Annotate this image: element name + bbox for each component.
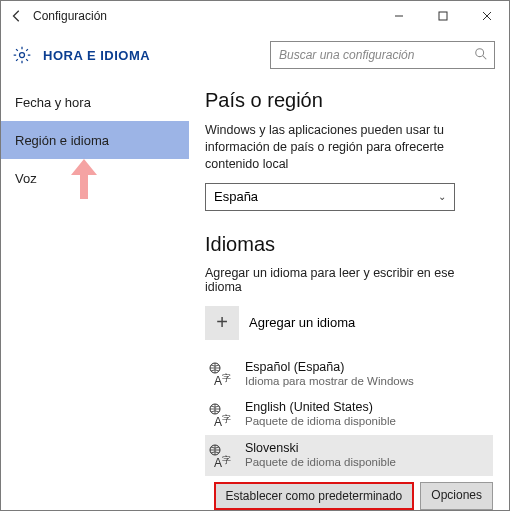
language-name: English (United States) xyxy=(245,400,396,415)
sidebar-item-date-time[interactable]: Fecha y hora xyxy=(1,83,189,121)
back-button[interactable] xyxy=(1,1,33,31)
language-icon: A字 xyxy=(207,442,235,470)
sidebar: Fecha y hora Región e idioma Voz xyxy=(1,79,189,510)
language-icon: A字 xyxy=(207,401,235,429)
svg-text:字: 字 xyxy=(222,455,231,465)
page-title: HORA E IDIOMA xyxy=(43,48,150,63)
svg-text:字: 字 xyxy=(222,414,231,424)
language-name: Español (España) xyxy=(245,360,414,375)
language-icon: A字 xyxy=(207,360,235,388)
maximize-button[interactable] xyxy=(421,1,465,31)
search-icon xyxy=(474,47,488,64)
language-item-sl[interactable]: A字 Slovenski Paquete de idioma disponibl… xyxy=(205,435,493,476)
header: HORA E IDIOMA Buscar una configuración xyxy=(1,31,509,79)
sidebar-item-region-language[interactable]: Región e idioma xyxy=(1,121,189,159)
gear-icon xyxy=(11,44,33,66)
search-input[interactable]: Buscar una configuración xyxy=(270,41,495,69)
svg-text:A: A xyxy=(214,456,222,469)
svg-text:A: A xyxy=(214,374,222,387)
sidebar-item-label: Fecha y hora xyxy=(15,95,91,110)
main-content: País o región Windows y las aplicaciones… xyxy=(189,79,509,510)
language-detail: Idioma para mostrar de Windows xyxy=(245,375,414,389)
language-detail: Paquete de idioma disponible xyxy=(245,456,396,470)
close-button[interactable] xyxy=(465,1,509,31)
svg-text:字: 字 xyxy=(222,373,231,383)
svg-point-5 xyxy=(476,48,484,56)
search-placeholder: Buscar una configuración xyxy=(279,48,474,62)
add-language-row[interactable]: + Agregar un idioma xyxy=(205,306,493,340)
add-language-label: Agregar un idioma xyxy=(249,315,355,330)
country-select[interactable]: España ⌄ xyxy=(205,183,455,211)
country-selected-value: España xyxy=(214,189,258,204)
options-button[interactable]: Opciones xyxy=(420,482,493,510)
language-item-es[interactable]: A字 Español (España) Idioma para mostrar … xyxy=(205,354,493,395)
svg-rect-1 xyxy=(439,12,447,20)
minimize-button[interactable] xyxy=(377,1,421,31)
chevron-down-icon: ⌄ xyxy=(438,191,446,202)
svg-text:A: A xyxy=(214,415,222,428)
languages-sub: Agregar un idioma para leer y escribir e… xyxy=(205,266,493,294)
language-name: Slovenski xyxy=(245,441,396,456)
settings-window: Configuración HORA E IDIOMA Buscar una c… xyxy=(0,0,510,511)
sidebar-item-speech[interactable]: Voz xyxy=(1,159,189,197)
language-detail: Paquete de idioma disponible xyxy=(245,415,396,429)
plus-icon: + xyxy=(205,306,239,340)
languages-heading: Idiomas xyxy=(205,233,493,256)
sidebar-item-label: Región e idioma xyxy=(15,133,109,148)
window-title: Configuración xyxy=(33,9,377,23)
set-default-button[interactable]: Establecer como predeterminado xyxy=(214,482,415,510)
svg-line-6 xyxy=(483,55,487,59)
region-description: Windows y las aplicaciones pueden usar t… xyxy=(205,122,493,173)
titlebar: Configuración xyxy=(1,1,509,31)
language-item-en[interactable]: A字 English (United States) Paquete de id… xyxy=(205,394,493,435)
svg-point-4 xyxy=(20,53,25,58)
region-heading: País o región xyxy=(205,89,493,112)
sidebar-item-label: Voz xyxy=(15,171,37,186)
